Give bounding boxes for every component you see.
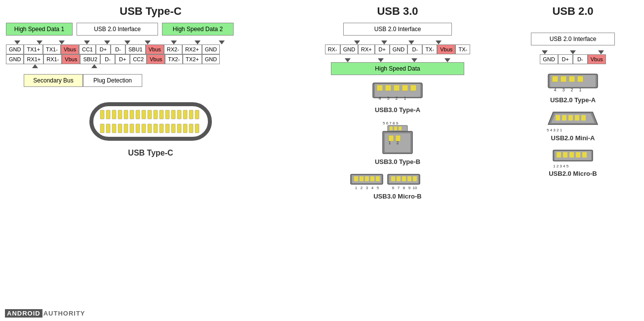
usb20-pin-dm: D- [573,54,588,64]
svg-text:2: 2 [361,186,363,190]
svg-text:6: 6 [392,186,395,190]
svg-rect-17 [195,110,199,119]
svg-text:3: 3 [387,96,389,101]
usb30-arr-b4 [444,58,450,62]
pin-tx2m: TX2- [165,54,183,64]
pin-rx2m: RX2- [164,44,182,54]
usb30-pin-dp: D+ [375,44,390,54]
svg-rect-40 [402,85,408,91]
usb30-arr-b2 [378,58,384,62]
svg-rect-83 [552,76,558,82]
svg-text:1: 1 [388,140,391,145]
svg-rect-24 [136,124,140,133]
pin-gnd-1: GND [6,44,24,54]
usb30-microb-label: USB3.0 Micro-B [373,193,422,200]
svg-rect-59 [354,176,358,181]
svg-rect-19 [106,124,110,133]
pin-dm-1: D- [111,44,125,54]
svg-text:3: 3 [562,87,564,92]
svg-rect-18 [100,124,104,133]
arrow-hsd2-1 [171,40,177,44]
svg-text:2: 2 [396,140,399,145]
watermark-brand: ANDROID [5,309,42,318]
usb30-usb2-group: USB 2.0 Interface [343,23,452,36]
svg-rect-12 [165,110,169,119]
svg-text:5 4 3 2 1: 5 4 3 2 1 [547,128,563,132]
pin-rx1p: RX1+ [24,54,43,64]
svg-text:9: 9 [408,186,411,190]
arrow-usb2-4 [145,40,151,44]
typec-pin-row1: GND TX1+ TX1- Vbus CC1 D+ D- SBU1 Vbus R… [6,44,296,54]
typec-connector-drawing [81,94,220,149]
svg-rect-25 [142,124,146,133]
usb20-minia-label: USB2.0 Mini-A [551,134,595,142]
svg-rect-4 [118,110,122,119]
svg-rect-71 [391,176,395,181]
svg-rect-28 [160,124,163,133]
usb30-arr-b3 [411,58,417,62]
svg-rect-3 [112,110,116,119]
svg-text:4: 4 [371,186,374,190]
usb30-pin-txm: TX- [422,44,437,54]
svg-rect-7 [136,110,140,119]
usb30-microb-drawing: 1 2 3 4 5 6 7 8 9 10 [348,170,447,193]
usb20-microb-drawing: 1 2 3 4 5 [543,148,603,170]
svg-rect-72 [397,176,401,181]
svg-rect-37 [377,85,383,91]
svg-rect-23 [130,124,134,133]
usb30-arr-1 [354,40,360,44]
usb20-microb-label: USB2.0 Micro-B [549,170,597,177]
pin-dp-1: D+ [96,44,111,54]
svg-rect-101 [557,152,561,158]
svg-rect-95 [568,115,573,120]
svg-rect-21 [118,124,122,133]
svg-rect-14 [177,110,181,119]
usb30-typeb-label: USB3.0 Type-B [375,158,420,165]
pin-cc1: CC1 [79,44,96,54]
pin-rx2p: RX2+ [182,44,202,54]
svg-rect-34 [195,124,199,133]
svg-rect-20 [112,124,116,133]
usb20-typea-drawing: 4 3 2 1 [543,72,603,96]
svg-rect-13 [171,110,175,119]
svg-rect-32 [183,124,187,133]
typec-group-hsd2: High Speed Data 2 [162,23,234,36]
usb30-arr-b1 [345,58,351,62]
usb30-title: USB 3.0 [306,5,489,18]
svg-rect-73 [402,176,406,181]
svg-rect-1 [100,110,104,119]
watermark-suffix: AUTHORITY [43,310,85,317]
svg-rect-86 [577,76,583,82]
pin-gnd-4: GND [202,54,220,64]
svg-rect-48 [390,126,393,130]
pin-tx2p: TX2+ [183,54,202,64]
svg-rect-63 [376,176,380,181]
svg-rect-31 [177,124,181,133]
svg-rect-29 [165,124,169,133]
svg-rect-16 [189,110,193,119]
pin-tx1p: TX1+ [24,44,43,54]
pin-rx1m: RX1- [43,54,62,64]
svg-text:8: 8 [403,186,405,190]
svg-text:3: 3 [366,186,368,190]
svg-rect-62 [370,176,374,181]
svg-text:7: 7 [398,186,400,190]
svg-rect-74 [407,176,411,181]
typec-title: USB Type-C [5,5,296,18]
usb20-section: USB 2.0 USB 2.0 Interface GND D+ D- Vbus [504,5,642,177]
svg-rect-27 [154,124,158,133]
svg-rect-22 [124,124,128,133]
svg-rect-41 [410,85,416,91]
pin-dp-2: D+ [115,54,130,64]
typec-group-hsd1: High Speed Data 1 [6,23,73,36]
svg-rect-61 [365,176,369,181]
usb20-pin-row: GND D+ D- Vbus [540,54,606,64]
usb30-pin-rxm: RX- [325,44,340,54]
svg-text:2: 2 [570,87,573,92]
usb20-pin-gnd: GND [540,54,558,64]
usb20-usb2-group: USB 2.0 Interface [531,33,615,45]
svg-rect-85 [569,76,575,82]
svg-text:4: 4 [554,87,556,92]
svg-rect-30 [171,124,175,133]
svg-rect-9 [148,110,152,119]
